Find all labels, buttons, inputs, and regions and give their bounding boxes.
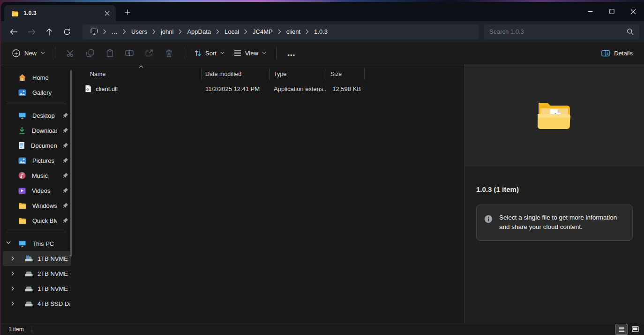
- details-body: 1.0.3 (1 item) Select a single file to g…: [465, 167, 644, 252]
- breadcrumb-item[interactable]: client: [282, 26, 305, 38]
- arrow-right-icon: [28, 29, 36, 35]
- new-tab-button[interactable]: [120, 5, 135, 19]
- sidebar-item-drive-4[interactable]: 4TB SSD Data (: [3, 296, 71, 311]
- chevron-right-icon: [11, 286, 15, 291]
- sidebar-scrollbar[interactable]: [70, 70, 72, 257]
- search-input[interactable]: [489, 28, 627, 35]
- breadcrumb-item[interactable]: AppData: [183, 26, 215, 38]
- breadcrumb-item[interactable]: Users: [127, 26, 151, 38]
- sidebar-divider: [7, 232, 67, 232]
- view-list-icon: [234, 50, 241, 56]
- details-pane-toggle[interactable]: Details: [597, 45, 637, 61]
- explorer-tab[interactable]: 1.0.3: [4, 5, 116, 21]
- pin-icon: [63, 128, 68, 133]
- column-header-name[interactable]: Name: [82, 69, 202, 80]
- system-drive-icon: [24, 255, 33, 262]
- chevron-down-icon: [262, 52, 266, 54]
- copy-button[interactable]: [80, 45, 100, 61]
- info-box: Select a single file to get more informa…: [476, 205, 633, 241]
- back-button[interactable]: [5, 24, 22, 40]
- paste-button[interactable]: [100, 45, 120, 61]
- details-view-button[interactable]: [615, 324, 628, 335]
- sidebar-item-home[interactable]: Home: [1, 70, 72, 85]
- search-box[interactable]: [484, 24, 639, 39]
- breadcrumb-item[interactable]: Local: [220, 26, 243, 38]
- sidebar-item-videos[interactable]: Videos: [1, 183, 72, 198]
- new-label: New: [24, 50, 37, 57]
- sidebar-item-quickbms-folder[interactable]: Quick BMS: [1, 213, 72, 228]
- chevron-right-icon: [102, 29, 107, 34]
- minimize-button[interactable]: [579, 2, 601, 21]
- folder-icon: [11, 10, 19, 16]
- file-row-client-dll[interactable]: client.dll 11/2/2025 12:41 PM Applicatio…: [82, 82, 464, 96]
- sidebar-item-drive-3[interactable]: 1TB NVME Dat: [3, 281, 71, 296]
- share-button[interactable]: [139, 45, 159, 61]
- sidebar-item-windows11-folder[interactable]: Windows_11: [1, 198, 72, 213]
- navigation-pane: Home Gallery Desktop Downloads Documents: [1, 64, 72, 323]
- window-controls: [579, 2, 644, 21]
- sidebar-item-label: Downloads: [32, 127, 57, 134]
- delete-button[interactable]: [159, 45, 179, 61]
- tab-close-button[interactable]: [101, 7, 113, 19]
- main-area: Home Gallery Desktop Downloads Documents: [1, 64, 644, 323]
- chevron-right-icon: [11, 256, 15, 261]
- sidebar-item-desktop[interactable]: Desktop: [1, 108, 72, 123]
- trash-icon: [165, 49, 172, 57]
- breadcrumb-this-pc[interactable]: [86, 26, 102, 38]
- view-toggles: [615, 324, 641, 335]
- column-header-date-modified[interactable]: Date modified: [202, 69, 270, 80]
- column-label: Size: [330, 71, 342, 77]
- sidebar-item-label: Windows_11: [32, 202, 57, 209]
- view-button[interactable]: View: [229, 45, 271, 61]
- pictures-icon: [18, 157, 26, 164]
- file-size-cell: 12,598 KB: [326, 85, 365, 92]
- pin-icon: [63, 203, 68, 208]
- large-icons-view-button[interactable]: [629, 324, 641, 335]
- new-button[interactable]: New: [7, 45, 50, 61]
- chevron-right-icon: [215, 29, 220, 34]
- tab-title: 1.0.3: [23, 10, 37, 16]
- items-count: 1 item: [8, 326, 24, 333]
- sidebar-item-label: Desktop: [32, 112, 55, 119]
- close-button[interactable]: [622, 2, 644, 21]
- command-toolbar: New Sort View: [1, 42, 644, 64]
- sidebar-item-downloads[interactable]: Downloads: [1, 123, 72, 138]
- more-options-button[interactable]: …: [282, 45, 301, 61]
- pin-icon: [63, 158, 68, 163]
- copy-icon: [86, 49, 94, 57]
- rename-button[interactable]: [120, 45, 139, 61]
- breadcrumb-item[interactable]: johnl: [157, 26, 178, 38]
- scissors-icon: [66, 49, 75, 57]
- column-header-size[interactable]: Size: [326, 69, 365, 80]
- address-bar[interactable]: … Users johnl AppData Local JC4MP client…: [82, 24, 479, 39]
- sidebar-item-this-pc[interactable]: This PC: [1, 236, 72, 251]
- videos-icon: [18, 187, 26, 194]
- rename-icon: [125, 49, 134, 57]
- sidebar-item-music[interactable]: Music: [1, 168, 72, 183]
- file-explorer-window: 1.0.3: [1, 2, 644, 335]
- info-icon: [484, 215, 493, 223]
- document-icon: [18, 142, 25, 149]
- sidebar-item-documents[interactable]: Documents: [1, 138, 72, 153]
- refresh-button[interactable]: [58, 24, 76, 40]
- breadcrumb-overflow[interactable]: …: [107, 26, 122, 38]
- column-label: Type: [274, 71, 286, 77]
- sidebar-item-drive-2[interactable]: 2TB NVME Gam: [3, 266, 71, 281]
- desktop-icon: [18, 112, 26, 119]
- pin-icon: [63, 113, 68, 118]
- cut-button[interactable]: [60, 45, 80, 61]
- maximize-button[interactable]: [601, 2, 622, 21]
- column-header-type[interactable]: Type: [270, 69, 326, 80]
- sidebar-item-pictures[interactable]: Pictures: [1, 153, 72, 168]
- forward-button[interactable]: [22, 24, 40, 40]
- sidebar-item-label: Videos: [32, 187, 51, 194]
- sort-button[interactable]: Sort: [189, 45, 229, 61]
- sidebar-item-gallery[interactable]: Gallery: [1, 85, 72, 100]
- sidebar-item-drive-c[interactable]: 1TB NVME Win: [3, 251, 71, 266]
- monitor-icon: [90, 28, 98, 35]
- plus-icon: [125, 9, 130, 15]
- gallery-icon: [18, 89, 26, 96]
- breadcrumb-item-current[interactable]: 1.0.3: [310, 26, 332, 38]
- up-button[interactable]: [40, 24, 58, 40]
- breadcrumb-item[interactable]: JC4MP: [248, 26, 277, 38]
